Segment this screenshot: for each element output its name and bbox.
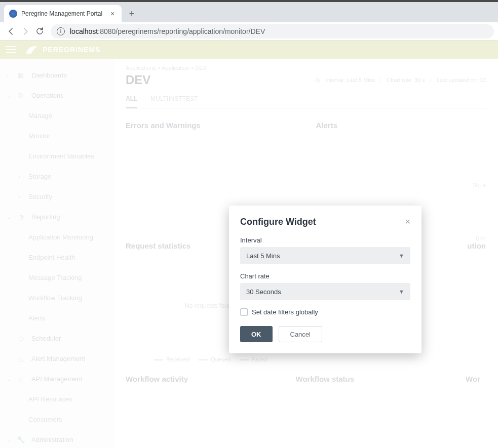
brand-name: PEREGRINEMS bbox=[43, 46, 100, 54]
tab-title: Peregrine Management Portal bbox=[21, 10, 102, 17]
checkbox-icon[interactable] bbox=[240, 308, 248, 316]
new-tab-button[interactable]: + bbox=[125, 7, 139, 21]
chart-rate-value: 30 Seconds bbox=[246, 288, 281, 296]
close-tab-icon[interactable]: × bbox=[108, 10, 117, 18]
chevron-down-icon: ▼ bbox=[399, 289, 404, 295]
chart-rate-select[interactable]: 30 Seconds ▼ bbox=[240, 283, 410, 300]
modal-title: Configure Widget bbox=[240, 217, 316, 227]
configure-widget-modal: Configure Widget × Interval Last 5 Mins … bbox=[229, 206, 422, 353]
global-filter-label: Set date filters globally bbox=[252, 308, 318, 316]
url-path: /peregrinems/reporting/application/monit… bbox=[116, 27, 265, 35]
url-host: localhost bbox=[70, 27, 98, 35]
site-info-icon[interactable]: i bbox=[57, 27, 65, 35]
ok-button[interactable]: OK bbox=[240, 326, 273, 342]
address-bar: i localhost:8080/peregrinems/reporting/a… bbox=[0, 22, 498, 40]
menu-icon[interactable] bbox=[6, 46, 16, 53]
interval-select[interactable]: Last 5 Mins ▼ bbox=[240, 247, 410, 264]
app-header: PEREGRINEMS bbox=[0, 40, 498, 59]
brand[interactable]: PEREGRINEMS bbox=[24, 44, 100, 56]
browser-tab-strip: Peregrine Management Portal × + bbox=[0, 2, 498, 22]
chevron-down-icon: ▼ bbox=[399, 253, 404, 259]
forward-button[interactable] bbox=[18, 24, 32, 38]
interval-label: Interval bbox=[240, 236, 410, 244]
global-filter-checkbox-row[interactable]: Set date filters globally bbox=[240, 308, 410, 316]
interval-value: Last 5 Mins bbox=[246, 252, 280, 260]
chart-rate-label: Chart rate bbox=[240, 272, 410, 280]
back-button[interactable] bbox=[4, 24, 18, 38]
reload-button[interactable] bbox=[32, 24, 47, 38]
close-icon[interactable]: × bbox=[405, 217, 410, 227]
favicon bbox=[9, 10, 17, 18]
brand-logo-icon bbox=[24, 44, 40, 56]
url-port: :8080 bbox=[98, 27, 116, 35]
browser-tab[interactable]: Peregrine Management Portal × bbox=[4, 5, 122, 22]
cancel-button[interactable]: Cancel bbox=[279, 326, 322, 342]
url-field[interactable]: i localhost:8080/peregrinems/reporting/a… bbox=[51, 24, 494, 38]
